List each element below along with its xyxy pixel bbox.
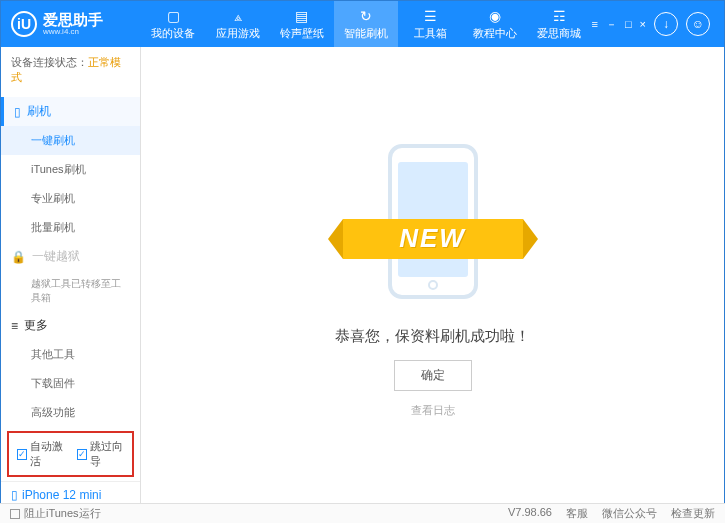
lock-icon: 🔒 — [11, 250, 26, 264]
apps-icon: ⟁ — [230, 8, 246, 24]
sidebar: 设备连接状态：正常模式 ▯ 刷机 一键刷机 iTunes刷机 专业刷机 批量刷机… — [1, 47, 141, 504]
footer: 阻止iTunes运行 V7.98.66 客服 微信公众号 检查更新 — [0, 503, 725, 523]
sidebar-section-jailbreak: 🔒 一键越狱 — [1, 242, 140, 271]
logo-icon: iU — [11, 11, 37, 37]
sidebar-item-other-tools[interactable]: 其他工具 — [1, 340, 140, 369]
flash-icon: ↻ — [358, 8, 374, 24]
nav-my-device[interactable]: ▢我的设备 — [141, 1, 205, 47]
main-content: NEW 恭喜您，保资料刷机成功啦！ 确定 查看日志 — [141, 47, 724, 504]
hero-illustration: NEW — [333, 134, 533, 309]
maximize-icon[interactable]: □ — [625, 18, 632, 30]
user-icon[interactable]: ☺ — [686, 12, 710, 36]
view-log-link[interactable]: 查看日志 — [411, 403, 455, 418]
nav-store[interactable]: ☶爱思商城 — [527, 1, 591, 47]
ok-button[interactable]: 确定 — [394, 360, 472, 391]
skip-guide-checkbox[interactable]: ✓跳过向导 — [77, 439, 125, 469]
tutorial-icon: ◉ — [487, 8, 503, 24]
minimize-icon[interactable]: － — [606, 17, 617, 32]
auto-activate-checkbox[interactable]: ✓自动激活 — [17, 439, 65, 469]
connection-status: 设备连接状态：正常模式 — [1, 47, 140, 93]
ringtone-icon: ▤ — [294, 8, 310, 24]
check-update-link[interactable]: 检查更新 — [671, 506, 715, 521]
more-icon: ≡ — [11, 319, 18, 333]
nav-tutorial[interactable]: ◉教程中心 — [463, 1, 527, 47]
sidebar-item-oneclick-flash[interactable]: 一键刷机 — [1, 126, 140, 155]
menu-icon[interactable]: ≡ — [591, 18, 597, 30]
options-row: ✓自动激活 ✓跳过向导 — [7, 431, 134, 477]
new-ribbon: NEW — [343, 219, 523, 259]
main-nav: ▢我的设备 ⟁应用游戏 ▤铃声壁纸 ↻智能刷机 ☰工具箱 ◉教程中心 ☶爱思商城 — [141, 1, 591, 47]
phone-icon: ▯ — [14, 105, 21, 119]
window-controls: ≡ － □ × ↓ ☺ — [591, 12, 714, 36]
download-icon[interactable]: ↓ — [654, 12, 678, 36]
app-name: 爱思助手 — [43, 12, 103, 27]
logo-area: iU 爱思助手 www.i4.cn — [11, 11, 141, 37]
sidebar-item-pro-flash[interactable]: 专业刷机 — [1, 184, 140, 213]
jailbreak-note: 越狱工具已转移至工具箱 — [1, 271, 140, 311]
nav-flash[interactable]: ↻智能刷机 — [334, 1, 398, 47]
sidebar-item-batch-flash[interactable]: 批量刷机 — [1, 213, 140, 242]
device-icon: ▢ — [165, 8, 181, 24]
nav-apps[interactable]: ⟁应用游戏 — [205, 1, 269, 47]
app-url: www.i4.cn — [43, 27, 103, 36]
nav-ringtones[interactable]: ▤铃声壁纸 — [270, 1, 334, 47]
close-icon[interactable]: × — [640, 18, 646, 30]
service-link[interactable]: 客服 — [566, 506, 588, 521]
toolbox-icon: ☰ — [423, 8, 439, 24]
sidebar-section-flash[interactable]: ▯ 刷机 — [1, 97, 140, 126]
wechat-link[interactable]: 微信公众号 — [602, 506, 657, 521]
store-icon: ☶ — [551, 8, 567, 24]
success-message: 恭喜您，保资料刷机成功啦！ — [335, 327, 530, 346]
version-label: V7.98.66 — [508, 506, 552, 521]
sidebar-item-download-firmware[interactable]: 下载固件 — [1, 369, 140, 398]
block-itunes-label: 阻止iTunes运行 — [24, 506, 101, 521]
sidebar-item-itunes-flash[interactable]: iTunes刷机 — [1, 155, 140, 184]
sidebar-item-advanced[interactable]: 高级功能 — [1, 398, 140, 427]
phone-small-icon: ▯ — [11, 488, 18, 502]
sidebar-section-more[interactable]: ≡ 更多 — [1, 311, 140, 340]
nav-toolbox[interactable]: ☰工具箱 — [398, 1, 462, 47]
titlebar: iU 爱思助手 www.i4.cn ▢我的设备 ⟁应用游戏 ▤铃声壁纸 ↻智能刷… — [1, 1, 724, 47]
block-itunes-checkbox[interactable] — [10, 509, 20, 519]
